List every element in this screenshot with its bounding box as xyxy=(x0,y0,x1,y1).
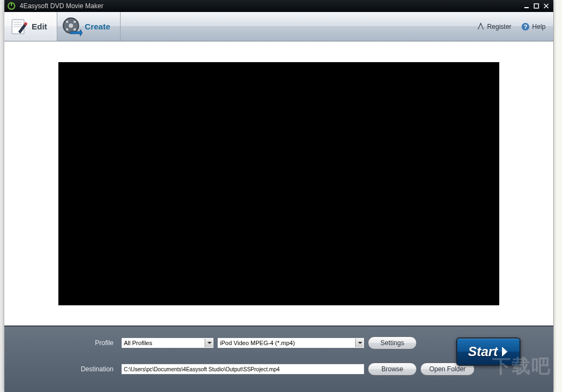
main-area xyxy=(4,41,553,318)
register-link[interactable]: Register xyxy=(476,22,512,31)
browse-button[interactable]: Browse xyxy=(368,363,417,376)
profile-format-select[interactable]: iPod Video MPEG-4 (*.mp4) xyxy=(217,337,364,348)
register-label: Register xyxy=(487,23,512,31)
window-title: 4Easysoft DVD Movie Maker xyxy=(20,2,522,10)
svg-point-14 xyxy=(480,23,481,25)
tab-edit-label: Edit xyxy=(32,22,47,31)
settings-label: Settings xyxy=(380,339,404,347)
svg-point-13 xyxy=(74,28,76,31)
maximize-button[interactable] xyxy=(531,2,541,10)
svg-point-12 xyxy=(66,28,69,31)
chevron-down-icon xyxy=(358,342,362,344)
video-preview[interactable] xyxy=(58,62,499,305)
svg-point-10 xyxy=(66,20,69,23)
chevron-down-icon xyxy=(207,342,212,344)
open-folder-label: Open Folder xyxy=(429,365,466,373)
edit-icon xyxy=(9,16,29,37)
svg-point-9 xyxy=(69,23,73,28)
profile-format-value: iPod Video MPEG-4 (*.mp4) xyxy=(220,340,295,346)
profile-group-select[interactable]: All Profiles xyxy=(121,337,214,348)
window-controls xyxy=(522,2,551,10)
destination-input[interactable]: C:\Users\pc\Documents\4Easysoft Studio\O… xyxy=(121,364,364,375)
close-button[interactable] xyxy=(541,2,551,10)
tab-create[interactable]: Create xyxy=(57,12,121,41)
minimize-button[interactable] xyxy=(522,2,531,10)
app-logo-icon xyxy=(8,2,15,10)
form-area: Profile All Profiles iPod Video MPEG-4 (… xyxy=(74,336,475,376)
toolbar: Edit Create Regi xyxy=(4,12,553,41)
tab-edit[interactable]: Edit xyxy=(4,12,57,41)
svg-point-11 xyxy=(74,20,76,23)
svg-rect-1 xyxy=(524,7,529,8)
start-button[interactable]: Start xyxy=(456,337,521,366)
help-icon: ? xyxy=(521,22,530,31)
toolbar-right: Register ? Help xyxy=(476,12,553,41)
start-label: Start xyxy=(468,344,498,359)
destination-value: C:\Users\pc\Documents\4Easysoft Studio\O… xyxy=(124,366,280,372)
svg-text:?: ? xyxy=(524,23,528,30)
create-icon xyxy=(62,16,82,37)
browse-label: Browse xyxy=(381,365,403,373)
background-page-edge xyxy=(553,0,562,392)
help-label: Help xyxy=(532,23,546,31)
tab-create-label: Create xyxy=(85,22,110,31)
settings-button[interactable]: Settings xyxy=(368,336,417,349)
help-link[interactable]: ? Help xyxy=(521,22,546,31)
destination-label: Destination xyxy=(74,365,118,373)
profile-label: Profile xyxy=(74,339,118,347)
play-icon xyxy=(501,346,509,358)
svg-rect-2 xyxy=(534,4,539,8)
titlebar[interactable]: 4Easysoft DVD Movie Maker xyxy=(4,0,553,12)
app-window: 4Easysoft DVD Movie Maker xyxy=(4,0,553,392)
profile-group-value: All Profiles xyxy=(124,340,152,346)
register-icon xyxy=(476,22,485,31)
bottom-panel: Profile All Profiles iPod Video MPEG-4 (… xyxy=(4,325,553,392)
